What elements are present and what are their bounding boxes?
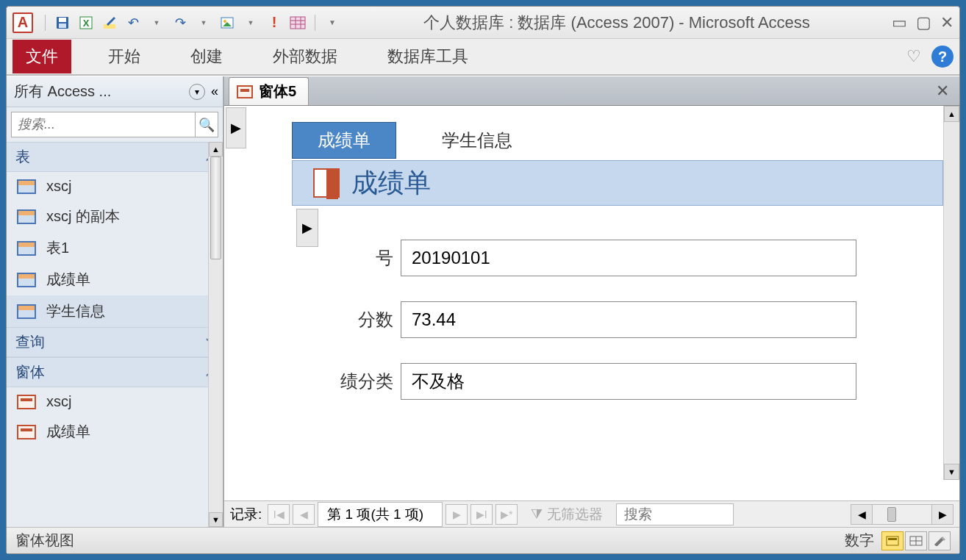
nav-item-table[interactable]: 成绩单 <box>7 264 223 295</box>
nav-item-label: 表1 <box>46 238 69 258</box>
record-position[interactable]: 第 1 项(共 1 项) <box>318 502 443 527</box>
minimize-ribbon-icon[interactable]: ♡ <box>906 47 921 66</box>
document-body: ▶ 成绩单 学生信息 成绩单 ▶ 号 <box>224 106 959 500</box>
document-tab[interactable]: 窗体5 <box>229 77 309 105</box>
datasheet-icon[interactable] <box>288 13 307 32</box>
document-tabs: 窗体5 ✕ <box>224 76 959 106</box>
scroll-up-icon[interactable]: ▲ <box>209 142 223 157</box>
last-record-icon[interactable]: ▶I <box>471 504 493 525</box>
ribbon-tabs: 文件 开始 创建 外部数据 数据库工具 ♡ ? <box>7 39 959 76</box>
table-icon <box>17 209 36 224</box>
nav-item-table[interactable]: xscj <box>7 172 223 201</box>
prev-record-icon[interactable]: ◀ <box>293 504 315 525</box>
nav-item-label: xscj 的副本 <box>46 207 120 226</box>
main-area: 所有 Access ... ▾ « 🔍 表 ︽ xscj xscj 的副本 表1… <box>7 76 959 527</box>
table-icon <box>17 179 36 194</box>
scroll-track[interactable] <box>873 504 931 525</box>
nav-item-label: xscj <box>46 178 71 195</box>
highlight-icon[interactable] <box>100 13 119 32</box>
first-record-icon[interactable]: I◀ <box>268 504 290 525</box>
recnav-label: 记录: <box>230 505 262 524</box>
nav-group-tables[interactable]: 表 ︽ <box>7 142 223 172</box>
qat-customize-icon[interactable]: ▼ <box>323 13 342 32</box>
undo-icon[interactable]: ↶ <box>124 13 143 32</box>
next-record-icon[interactable]: ▶ <box>446 504 468 525</box>
nav-item-table[interactable]: 学生信息 <box>7 295 223 327</box>
svg-point-8 <box>223 20 226 23</box>
subform-record-selector[interactable]: ▶ <box>296 209 318 247</box>
nav-item-table[interactable]: xscj 的副本 <box>7 201 223 232</box>
field-input-id[interactable] <box>401 240 856 276</box>
nav-header[interactable]: 所有 Access ... ▾ « <box>7 76 223 107</box>
database-tools-tab[interactable]: 数据库工具 <box>374 40 482 73</box>
form-view-icon[interactable] <box>881 531 904 550</box>
close-document-icon[interactable]: ✕ <box>926 82 959 101</box>
nav-category-dropdown-icon[interactable]: ▾ <box>189 84 205 100</box>
app-window: A X ↶ ▼ ↷ ▼ ▼ ! ▼ <box>6 6 960 554</box>
nav-group-label: 查询 <box>15 332 45 352</box>
save-icon[interactable] <box>53 13 72 32</box>
nav-item-form[interactable]: 成绩单 <box>7 416 223 448</box>
svg-rect-16 <box>888 538 897 540</box>
external-data-tab[interactable]: 外部数据 <box>260 40 351 73</box>
minimize-button[interactable]: ▭ <box>892 13 907 32</box>
nav-item-form[interactable]: xscj <box>7 387 223 416</box>
scroll-down-icon[interactable]: ▼ <box>944 464 959 480</box>
tab-control: 成绩单 学生信息 <box>292 122 537 159</box>
maximize-button[interactable]: ▢ <box>916 13 931 32</box>
scroll-thumb[interactable] <box>887 507 896 522</box>
field-label: 分数 <box>320 308 401 331</box>
subform-header: 成绩单 <box>292 160 943 206</box>
filter-indicator[interactable]: ⧩ 无筛选器 <box>531 505 603 524</box>
image-dropdown-icon[interactable]: ▼ <box>241 13 260 32</box>
filter-icon: ⧩ <box>531 506 543 523</box>
search-icon[interactable]: 🔍 <box>196 112 218 137</box>
svg-rect-15 <box>887 536 898 545</box>
nav-group-forms[interactable]: 窗体 ︽ <box>7 357 223 387</box>
horizontal-scrollbar[interactable]: ◀ ▶ <box>851 504 954 525</box>
nav-body: 表 ︽ xscj xscj 的副本 表1 成绩单 学生信息 查询 ︾ 窗体 ︽ … <box>7 142 223 527</box>
form-row: 分数 <box>320 301 936 338</box>
vertical-scrollbar[interactable]: ▲ ▼ <box>943 106 959 480</box>
create-tab[interactable]: 创建 <box>177 40 236 73</box>
scroll-right-icon[interactable]: ▶ <box>931 504 954 525</box>
redo-icon[interactable]: ↷ <box>171 13 190 32</box>
field-label: 绩分类 <box>320 370 401 393</box>
scroll-up-icon[interactable]: ▲ <box>944 106 959 122</box>
undo-dropdown-icon[interactable]: ▼ <box>147 13 166 32</box>
nav-search-input[interactable] <box>11 112 196 137</box>
field-input-category[interactable] <box>401 363 856 400</box>
window-controls: ▭ ▢ ✕ <box>892 13 954 32</box>
scroll-thumb[interactable] <box>210 157 221 259</box>
home-tab[interactable]: 开始 <box>95 40 154 73</box>
window-title: 个人数据库 : 数据库 (Access 2007) - Microsoft Ac… <box>342 12 892 34</box>
close-button[interactable]: ✕ <box>940 13 954 32</box>
scroll-left-icon[interactable]: ◀ <box>851 504 873 525</box>
access-app-icon: A <box>12 12 33 33</box>
file-tab[interactable]: 文件 <box>12 40 71 73</box>
svg-text:X: X <box>83 18 90 29</box>
tab-page-active[interactable]: 成绩单 <box>292 122 396 159</box>
recnav-search-input[interactable] <box>616 503 734 525</box>
alert-icon[interactable]: ! <box>265 13 284 32</box>
nav-group-queries[interactable]: 查询 ︾ <box>7 327 223 357</box>
nav-collapse-icon[interactable]: « <box>211 84 215 99</box>
help-icon[interactable]: ? <box>931 46 954 68</box>
image-icon[interactable] <box>218 13 237 32</box>
status-bar: 窗体视图 数字 <box>7 527 959 553</box>
redo-dropdown-icon[interactable]: ▼ <box>194 13 213 32</box>
field-input-score[interactable] <box>401 301 856 338</box>
nav-item-table[interactable]: 表1 <box>7 232 223 264</box>
nav-scrollbar[interactable]: ▲ ▼ <box>208 142 223 527</box>
scroll-down-icon[interactable]: ▼ <box>209 512 223 527</box>
layout-view-icon[interactable] <box>905 531 927 550</box>
excel-export-icon[interactable]: X <box>76 13 96 32</box>
nav-item-label: xscj <box>46 393 71 410</box>
tab-page-inactive[interactable]: 学生信息 <box>417 123 537 158</box>
status-view-label: 窗体视图 <box>15 531 74 550</box>
design-view-icon[interactable] <box>929 531 951 550</box>
document-tab-label: 窗体5 <box>259 82 296 101</box>
subform-title: 成绩单 <box>351 165 431 201</box>
new-record-icon[interactable]: ▶* <box>495 504 518 525</box>
record-selector[interactable]: ▶ <box>226 107 246 148</box>
